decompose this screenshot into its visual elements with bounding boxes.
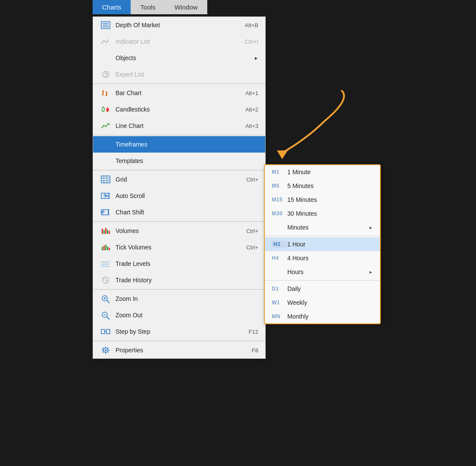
submenu-item-m30[interactable]: M30 30 Minutes — [265, 207, 380, 220]
menu-item-step-by-step[interactable]: Step by Step F12 — [93, 323, 265, 340]
menu-item-bar-chart[interactable]: Bar Chart Alt+1 — [93, 85, 265, 101]
submenu-item-d1[interactable]: D1 Daily — [265, 282, 380, 296]
bar-chart-shortcut: Alt+1 — [245, 90, 258, 96]
templates-label: Templates — [116, 157, 258, 164]
menu-item-objects[interactable]: Objects ► — [93, 50, 265, 66]
objects-arrow-icon: ► — [254, 56, 258, 61]
divider-6 — [93, 341, 265, 341]
volumes-icon — [100, 227, 111, 235]
menu-item-zoom-in[interactable]: Zoom In — [93, 290, 265, 307]
svg-rect-40 — [109, 248, 110, 250]
menu-item-auto-scroll[interactable]: Auto Scroll — [93, 188, 265, 204]
svg-rect-55 — [106, 329, 110, 334]
depth-of-market-shortcut: Alt+B — [245, 22, 258, 29]
submenu-item-m1[interactable]: M1 1 Minute — [265, 165, 380, 179]
menu-item-trade-levels[interactable]: Trade Levels — [93, 255, 265, 272]
step-by-step-label: Step by Step — [116, 328, 240, 335]
divider-5 — [93, 289, 265, 290]
expert-list-label: Expert List — [116, 71, 258, 78]
svg-rect-34 — [107, 230, 108, 234]
svg-rect-38 — [105, 245, 106, 250]
d1-label: Daily — [287, 285, 373, 292]
indicator-list-shortcut: Ctrl+I — [245, 38, 258, 45]
svg-rect-31 — [102, 229, 103, 234]
svg-rect-39 — [107, 246, 108, 250]
tab-window[interactable]: Window — [165, 0, 207, 14]
expert-icon — [100, 70, 111, 79]
dom-icon — [100, 21, 111, 29]
divider-3 — [93, 170, 265, 170]
svg-point-58 — [105, 349, 106, 351]
volumes-shortcut: Ctrl+ — [246, 228, 258, 234]
m1-label: 1 Minute — [287, 169, 373, 176]
minutes-arrow-icon: ► — [369, 225, 373, 230]
trade-levels-icon — [100, 259, 111, 268]
svg-rect-15 — [106, 109, 109, 111]
menu-item-volumes[interactable]: Volumes Ctrl+ — [93, 223, 265, 239]
divider-4 — [93, 221, 265, 222]
svg-line-66 — [107, 348, 108, 349]
svg-line-46 — [106, 280, 107, 281]
d1-code: D1 — [272, 286, 287, 292]
submenu-item-hours[interactable]: Hours ► — [265, 265, 380, 279]
submenu-item-mn[interactable]: MN Monthly — [265, 310, 380, 323]
m30-code: M30 — [272, 211, 287, 217]
svg-rect-37 — [103, 246, 105, 250]
menu-item-trade-history[interactable]: Trade History — [93, 272, 265, 288]
submenu-divider-1 — [265, 236, 380, 236]
trade-levels-label: Trade Levels — [116, 260, 258, 267]
svg-marker-67 — [277, 150, 288, 159]
menu-item-line-chart[interactable]: Line Chart Alt+3 — [93, 118, 265, 134]
hours-arrow-icon: ► — [369, 270, 373, 274]
templates-icon — [100, 156, 111, 165]
volumes-label: Volumes — [116, 227, 238, 234]
zoom-in-label: Zoom In — [116, 295, 258, 302]
svg-point-5 — [105, 77, 106, 77]
h4-label: 4 Hours — [287, 255, 373, 262]
menu-item-templates[interactable]: Templates — [93, 153, 265, 169]
line-chart-label: Line Chart — [116, 122, 237, 129]
menu-bar: Charts Tools Window — [93, 0, 207, 14]
w1-code: W1 — [272, 300, 287, 306]
timeframes-label: Timeframes — [116, 141, 258, 148]
submenu-item-h4[interactable]: H4 4 Hours — [265, 251, 380, 265]
svg-rect-35 — [109, 231, 110, 234]
tab-tools[interactable]: Tools — [131, 0, 165, 14]
menu-item-candlesticks[interactable]: Candlesticks Alt+2 — [93, 101, 265, 118]
menu-item-expert-list: Expert List — [93, 66, 265, 83]
submenu-item-m5[interactable]: M5 5 Minutes — [265, 179, 380, 193]
m5-code: M5 — [272, 183, 287, 189]
menu-item-properties[interactable]: Properties F8 — [93, 342, 265, 358]
hours-label: Hours — [287, 268, 369, 275]
objects-icon — [100, 54, 111, 62]
menu-item-chart-shift[interactable]: Chart Shift — [93, 204, 265, 220]
submenu-divider-2 — [265, 280, 380, 281]
menu-item-tick-volumes[interactable]: Tick Volumes Ctrl+ — [93, 239, 265, 255]
tab-charts[interactable]: Charts — [93, 0, 131, 14]
w1-label: Weekly — [287, 299, 373, 306]
indicator-list-label: Indicator List — [116, 38, 236, 45]
indicator-icon — [100, 37, 111, 46]
zoom-out-icon — [100, 311, 111, 319]
tick-volumes-icon — [100, 243, 111, 252]
timeframes-submenu: M1 1 Minute M5 5 Minutes M15 15 Minutes … — [264, 164, 381, 324]
chart-shift-icon — [100, 208, 111, 217]
chart-shift-label: Chart Shift — [116, 209, 258, 216]
grid-label: Grid — [116, 176, 238, 183]
svg-rect-32 — [103, 230, 105, 234]
submenu-item-h1[interactable]: H1 1 Hour — [265, 237, 380, 251]
grid-icon — [100, 175, 111, 184]
menu-item-depth-of-market[interactable]: Depth Of Market Alt+B — [93, 17, 265, 33]
menu-item-zoom-out[interactable]: Zoom Out — [93, 307, 265, 323]
submenu-item-w1[interactable]: W1 Weekly — [265, 296, 380, 310]
step-by-step-icon — [100, 327, 111, 336]
m1-code: M1 — [272, 169, 287, 175]
submenu-item-m15[interactable]: M15 15 Minutes — [265, 193, 380, 207]
submenu-item-minutes[interactable]: Minutes ► — [265, 220, 380, 234]
svg-line-50 — [107, 300, 109, 303]
candlesticks-shortcut: Alt+2 — [245, 106, 258, 113]
menu-item-timeframes[interactable]: Timeframes — [93, 136, 265, 153]
candlesticks-icon — [100, 105, 111, 114]
m15-code: M15 — [272, 197, 287, 203]
menu-item-grid[interactable]: Grid Ctrl+ — [93, 171, 265, 188]
